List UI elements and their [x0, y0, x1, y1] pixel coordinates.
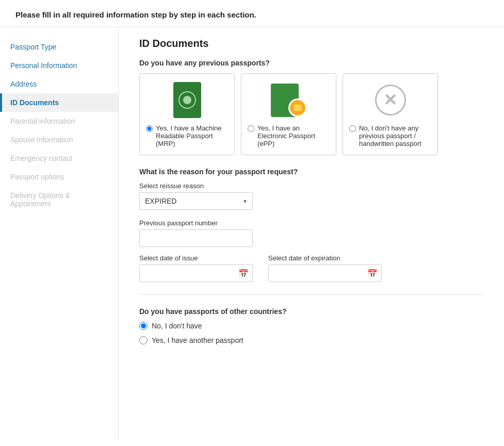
other-country-radio-group: No, I don't have Yes, I have another pas… — [139, 322, 483, 344]
sidebar: Passport Type Personal Information Addre… — [0, 27, 119, 440]
mrp-passport-icon — [173, 82, 201, 118]
epp-radio-row[interactable]: Yes, I have an Electronic Passport (ePP) — [248, 124, 330, 147]
date-issue-label: Select date of issue — [139, 254, 253, 262]
sidebar-item-delivery-options: Delivery Options & Appointment — [0, 186, 118, 213]
epp-radio[interactable] — [248, 125, 254, 132]
sidebar-item-emergency-contact: Emergency contact — [0, 149, 118, 168]
epp-icon-area — [271, 82, 307, 118]
section-title: ID Documents — [139, 38, 483, 49]
reissue-reason-select-wrapper[interactable]: EXPIRED LOST DAMAGED OTHER — [139, 192, 253, 210]
mrp-radio-row[interactable]: Yes, I have a Machine Readable Passport … — [146, 124, 228, 147]
sidebar-item-passport-type[interactable]: Passport Type — [0, 38, 118, 56]
date-expiration-input-wrap[interactable]: 📅 — [268, 265, 382, 282]
question1-label: Do you have any previous passports? — [139, 59, 483, 67]
question2-label: What is the reason for your passport req… — [139, 168, 483, 176]
mrp-label: Yes, I have a Machine Readable Passport … — [156, 124, 228, 147]
none-radio[interactable] — [349, 125, 356, 132]
yes-other-passport-option[interactable]: Yes, I have another passport — [139, 336, 483, 344]
sidebar-item-spouse-information: Spouse Information — [0, 130, 118, 149]
epp-label: Yes, I have an Electronic Passport (ePP) — [257, 124, 330, 147]
other-country-passport-section: Do you have passports of other countries… — [139, 307, 483, 344]
passport-request-reason-section: What is the reason for your passport req… — [139, 168, 483, 282]
no-other-label: No, I don't have — [152, 322, 202, 330]
sidebar-item-personal-information[interactable]: Personal Information — [0, 56, 118, 75]
date-fields-row: Select date of issue 📅 Select date of ex… — [139, 254, 483, 282]
sidebar-item-parental-information: Parental information — [0, 112, 118, 130]
prev-passport-number-input[interactable] — [139, 229, 253, 247]
sidebar-item-address[interactable]: Address — [0, 75, 118, 93]
date-issue-group: Select date of issue 📅 — [139, 254, 253, 282]
none-label: No, I don't have any previous passport /… — [359, 124, 431, 147]
sidebar-item-id-documents[interactable]: ID Documents — [0, 93, 118, 112]
yes-other-label: Yes, I have another passport — [152, 336, 243, 344]
date-expiration-label: Select date of expiration — [268, 254, 382, 262]
passport-card-epp[interactable]: Yes, I have an Electronic Passport (ePP) — [241, 73, 336, 155]
mrp-icon-inner — [183, 96, 191, 104]
prev-passport-number-label: Previous passport number — [139, 219, 483, 227]
reissue-reason-label: Select reissue reason — [139, 182, 483, 190]
epp-chip-inner — [294, 105, 302, 111]
epp-passport-icon — [271, 84, 307, 117]
no-other-radio[interactable] — [139, 322, 148, 330]
date-issue-input[interactable] — [139, 265, 253, 282]
date-expiration-group: Select date of expiration 📅 — [268, 254, 382, 282]
previous-passports-section: Do you have any previous passports? Yes,… — [139, 59, 483, 155]
page-header: Please fill in all required information … — [0, 0, 504, 27]
no-passport-icon: ✕ — [375, 85, 406, 115]
date-issue-input-wrap[interactable]: 📅 — [139, 265, 253, 282]
no-passport-icon-area: ✕ — [375, 82, 406, 118]
mrp-radio[interactable] — [146, 125, 153, 132]
date-expiration-input[interactable] — [268, 265, 382, 282]
section-divider — [139, 294, 483, 295]
mrp-icon-area — [173, 82, 201, 118]
none-radio-row[interactable]: No, I don't have any previous passport /… — [349, 124, 431, 147]
passport-type-options: Yes, I have a Machine Readable Passport … — [139, 73, 483, 155]
no-other-passport-option[interactable]: No, I don't have — [139, 322, 483, 330]
passport-card-mrp[interactable]: Yes, I have a Machine Readable Passport … — [139, 73, 235, 155]
question3-label: Do you have passports of other countries… — [139, 307, 483, 316]
passport-card-none[interactable]: ✕ No, I don't have any previous passport… — [343, 73, 438, 155]
sidebar-item-passport-options: Passport options — [0, 168, 118, 186]
main-content: ID Documents Do you have any previous pa… — [119, 27, 504, 440]
yes-other-radio[interactable] — [139, 336, 148, 344]
reissue-reason-select[interactable]: EXPIRED LOST DAMAGED OTHER — [139, 192, 253, 210]
epp-chip — [288, 98, 307, 117]
